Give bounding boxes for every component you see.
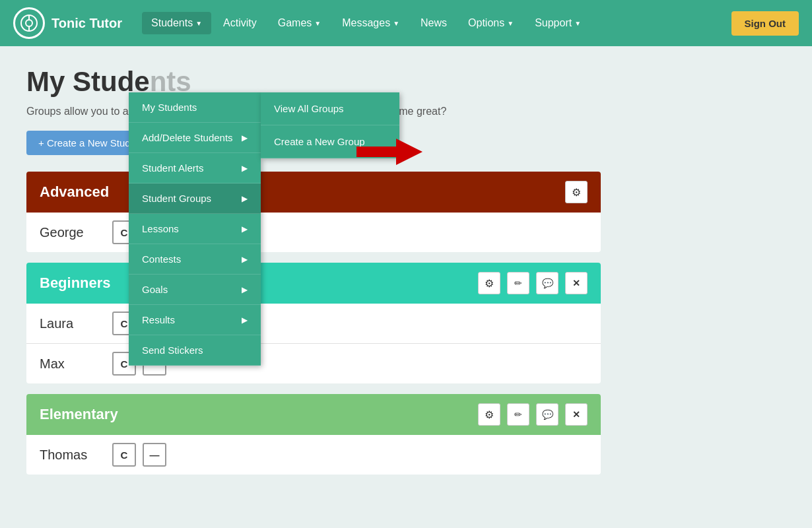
group-delete-button-beginners[interactable] — [565, 272, 588, 294]
group-message-button-beginners[interactable] — [536, 272, 558, 294]
student-row-george: George C — — [26, 213, 601, 252]
games-dropdown-arrow: ▼ — [314, 20, 321, 27]
student-connect-button-thomas[interactable]: C — [112, 443, 136, 467]
nav-activity[interactable]: Activity — [214, 12, 266, 34]
group-delete-button-elementary[interactable] — [565, 403, 588, 426]
students-dropdown-arrow: ▼ — [195, 20, 202, 27]
svg-point-1 — [26, 20, 32, 26]
nav-news[interactable]: News — [411, 12, 456, 34]
group-message-button-elementary[interactable] — [536, 403, 558, 426]
group-settings-button-beginners[interactable] — [478, 272, 500, 294]
arrow-icon: ▶ — [242, 164, 248, 173]
header: Tonic Tutor Students ▼ Activity Games ▼ … — [0, 0, 812, 46]
group-settings-button-elementary[interactable] — [478, 403, 500, 426]
dropdown-contests[interactable]: Contests ▶ — [129, 244, 261, 275]
nav-games[interactable]: Games ▼ — [269, 12, 330, 34]
group-name-advanced: Advanced — [40, 183, 558, 201]
sign-out-button[interactable]: Sign Out — [731, 11, 799, 36]
group-settings-button-advanced[interactable] — [565, 181, 588, 203]
arrow-icon: ▶ — [242, 285, 248, 294]
dropdown-student-alerts[interactable]: Student Alerts ▶ — [129, 153, 261, 183]
nav-support[interactable]: Support ▼ — [525, 12, 590, 34]
group-name-elementary: Elementary — [40, 406, 471, 423]
arrow-icon: ▶ — [242, 194, 248, 203]
dropdown-lessons[interactable]: Lessons ▶ — [129, 214, 261, 244]
main-nav: Students ▼ Activity Games ▼ Messages ▼ N… — [142, 12, 731, 34]
group-edit-button-beginners[interactable] — [507, 272, 529, 294]
messages-dropdown-arrow: ▼ — [393, 20, 399, 27]
dropdown-results[interactable]: Results ▶ — [129, 305, 261, 335]
students-dropdown-menu: My Students Add/Delete Students ▶ Studen… — [129, 92, 261, 366]
nav-messages[interactable]: Messages ▼ — [333, 12, 409, 34]
group-card-elementary: Elementary Thomas C — — [26, 394, 601, 475]
student-name-thomas: Thomas — [40, 447, 106, 463]
nav-options[interactable]: Options ▼ — [459, 12, 523, 34]
student-name-max: Max — [40, 356, 106, 372]
student-remove-button-thomas[interactable]: — — [143, 443, 166, 467]
student-row-laura: Laura C — — [26, 304, 601, 344]
submenu-view-all-groups[interactable]: View All Groups — [261, 92, 399, 125]
logo-area: Tonic Tutor — [13, 7, 122, 39]
student-name-george: George — [40, 225, 106, 240]
dropdown-student-groups[interactable]: Student Groups ▶ — [129, 183, 261, 214]
group-header-advanced: Advanced — [26, 172, 601, 213]
logo-icon — [13, 7, 45, 39]
student-row-max: Max C — — [26, 344, 601, 383]
arrow-icon: ▶ — [242, 224, 248, 234]
group-card-advanced: Advanced George C — — [26, 172, 601, 252]
options-dropdown-arrow: ▼ — [507, 20, 514, 27]
brand-name: Tonic Tutor — [51, 16, 122, 31]
submenu-create-new-group[interactable]: Create a New Group — [261, 125, 399, 158]
student-name-laura: Laura — [40, 316, 106, 331]
dropdown-my-students[interactable]: My Students — [129, 92, 261, 123]
student-row-thomas: Thomas C — — [26, 435, 601, 475]
dropdown-add-delete-students[interactable]: Add/Delete Students ▶ — [129, 123, 261, 153]
arrow-icon: ▶ — [242, 315, 248, 325]
group-edit-button-elementary[interactable] — [507, 403, 529, 426]
dropdown-goals[interactable]: Goals ▶ — [129, 275, 261, 305]
group-header-beginners: Beginners — [26, 263, 601, 304]
arrow-icon: ▶ — [242, 255, 248, 264]
arrow-icon: ▶ — [242, 133, 248, 143]
student-groups-submenu: View All Groups Create a New Group — [261, 92, 399, 158]
dropdown-send-stickers[interactable]: Send Stickers — [129, 335, 261, 366]
group-header-elementary: Elementary — [26, 394, 601, 435]
main-content: My Students Groups allow you to assign l… — [0, 46, 812, 505]
nav-students[interactable]: Students ▼ — [142, 12, 211, 34]
support-dropdown-arrow: ▼ — [574, 20, 581, 27]
group-card-beginners: Beginners Laura C — Max C — — [26, 263, 601, 383]
